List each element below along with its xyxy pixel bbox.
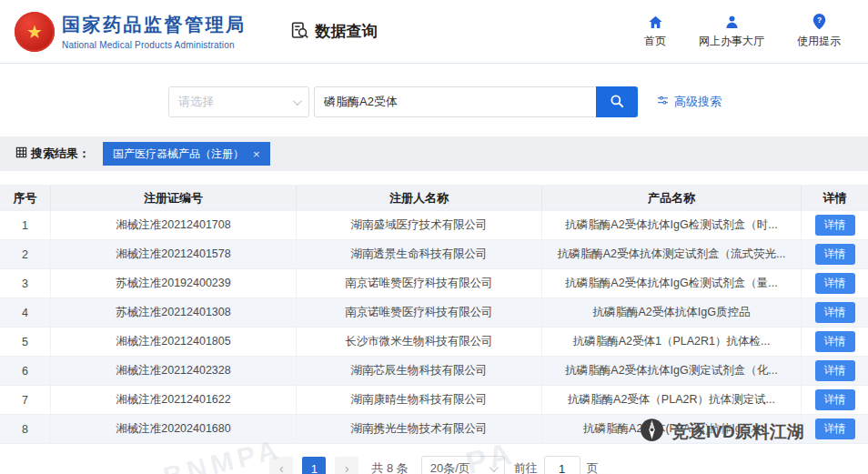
- category-select[interactable]: 请选择: [168, 86, 309, 117]
- cell-cert-number: 苏械注准20192400239: [50, 269, 296, 298]
- col-header-registrant: 注册人名称: [296, 186, 541, 210]
- cell-cert-number: 湘械注准20212401578: [50, 240, 296, 268]
- advanced-search-label: 高级搜索: [674, 94, 722, 110]
- detail-button[interactable]: 详情: [815, 419, 855, 439]
- goto-suffix: 页: [587, 460, 599, 474]
- cell-detail: 详情: [801, 415, 868, 443]
- result-filter-tag[interactable]: 国产医疗器械产品（注册） ×: [103, 142, 270, 166]
- nav-item-home[interactable]: 首页: [644, 14, 666, 49]
- table-row: 7 湘械注准20212401622 湖南康晴生物科技有限公司 抗磷脂酶A2受体（…: [0, 386, 868, 415]
- nav-item-service-hall[interactable]: 网上办事大厅: [699, 14, 764, 49]
- cell-cert-number: 湘械注准20212401708: [50, 211, 296, 239]
- cell-product-name: 抗磷脂酶A2受体抗体IgG检测试剂盒（时...: [541, 211, 801, 239]
- cell-registrant: 南京诺唯赞医疗科技有限公司: [296, 298, 541, 327]
- cell-no: 1: [0, 211, 50, 239]
- cell-no: 6: [0, 357, 50, 385]
- cell-detail: 详情: [801, 240, 868, 268]
- next-page-button[interactable]: ›: [335, 457, 358, 474]
- chevron-down-icon: [490, 463, 499, 472]
- org-name-cn: 国家药品监督管理局: [62, 13, 247, 37]
- search-icon: [609, 93, 625, 112]
- detail-button[interactable]: 详情: [815, 244, 855, 265]
- page-title-text: 数据查询: [316, 21, 378, 42]
- cell-detail: 详情: [801, 269, 868, 298]
- table-row: 1 湘械注准20212401708 湖南盛域医疗技术有限公司 抗磷脂酶A2受体抗…: [0, 211, 868, 240]
- grid-icon: [15, 146, 27, 161]
- cell-product-name: 抗磷脂酶A2受体1（PLA2R1）抗体检...: [541, 328, 801, 356]
- prev-page-button[interactable]: ‹: [269, 457, 293, 474]
- brand-watermark: 竞逐IVD原料江湖: [640, 418, 804, 447]
- detail-button[interactable]: 详情: [815, 302, 855, 323]
- person-icon: [723, 14, 741, 30]
- cell-registrant: 湖南芯辰生物科技有限公司: [296, 357, 541, 385]
- page-size-value: 20条/页: [430, 460, 470, 474]
- cell-registrant: 湖南透景生命科技有限公司: [296, 240, 541, 268]
- nmpa-emblem-logo: ★: [15, 12, 55, 52]
- results-table: 序号 注册证编号 注册人名称 产品名称 详情 1 湘械注准20212401708…: [0, 185, 868, 444]
- nav-label: 使用提示: [797, 34, 841, 49]
- detail-button[interactable]: 详情: [815, 389, 855, 410]
- cell-cert-number: 湘械注准20212401805: [50, 328, 296, 356]
- nav-label: 首页: [644, 34, 666, 49]
- cell-product-name: 抗磷脂酶A2受体抗体IgG检测试剂盒（量...: [541, 269, 801, 298]
- advanced-search-link[interactable]: 高级搜索: [656, 94, 722, 110]
- page-number-button[interactable]: 1: [302, 457, 326, 474]
- cell-product-name: 抗磷脂酶A2受体（PLA2R）抗体测定试...: [541, 386, 801, 414]
- table-row: 3 苏械注准20192400239 南京诺唯赞医疗科技有限公司 抗磷脂酶A2受体…: [0, 269, 868, 298]
- col-header-cert: 注册证编号: [50, 186, 296, 210]
- cell-registrant: 湖南携光生物技术有限公司: [296, 415, 541, 443]
- cell-registrant: 湖南盛域医疗技术有限公司: [296, 211, 541, 239]
- cell-product-name: 抗磷脂酶A2受体抗体IgG测定试剂盒（化...: [541, 357, 801, 385]
- org-name-en: National Medical Products Administration: [62, 40, 247, 50]
- search-input[interactable]: [314, 86, 596, 117]
- search-button[interactable]: [596, 86, 638, 117]
- cell-product-name: 抗磷脂酶A2受体抗体IgG质控品: [541, 298, 801, 327]
- goto-page: 前往 页: [514, 456, 599, 474]
- table-body: 1 湘械注准20212401708 湖南盛域医疗技术有限公司 抗磷脂酶A2受体抗…: [0, 211, 868, 444]
- nav-item-tips[interactable]: ? 使用提示: [797, 14, 841, 49]
- detail-button[interactable]: 详情: [815, 215, 855, 236]
- cell-no: 7: [0, 386, 50, 414]
- goto-label: 前往: [514, 460, 538, 474]
- brand: 国家药品监督管理局 National Medical Products Admi…: [62, 13, 247, 50]
- data-query-page: ★ 国家药品监督管理局 National Medical Products Ad…: [0, 0, 868, 474]
- question-pin-icon: ?: [812, 14, 827, 30]
- cell-detail: 详情: [801, 211, 868, 239]
- home-icon: [647, 14, 664, 30]
- total-count: 共 8 条: [371, 460, 408, 474]
- detail-button[interactable]: 详情: [815, 331, 855, 352]
- cell-cert-number: 湘械注准20212401622: [50, 386, 296, 414]
- cell-cert-number: 苏械注准20212401308: [50, 298, 296, 327]
- cell-no: 8: [0, 415, 50, 443]
- table-header-row: 序号 注册证编号 注册人名称 产品名称 详情: [0, 186, 868, 211]
- compass-icon: [640, 418, 664, 447]
- pagination: ‹ 1 › 共 8 条 20条/页 前往 页: [0, 456, 868, 474]
- brand-watermark-text: 竞逐IVD原料江湖: [671, 420, 804, 444]
- table-row: 6 湘械注准20212402328 湖南芯辰生物科技有限公司 抗磷脂酶A2受体抗…: [0, 357, 868, 386]
- cell-detail: 详情: [801, 298, 868, 327]
- page-size-select[interactable]: 20条/页: [421, 456, 505, 474]
- close-icon[interactable]: ×: [253, 148, 260, 160]
- table-row: 2 湘械注准20212401578 湖南透景生命科技有限公司 抗磷脂酶A2受体抗…: [0, 240, 868, 269]
- data-query-icon: [290, 24, 309, 40]
- cell-detail: 详情: [801, 386, 868, 414]
- table-row: 5 湘械注准20212401805 长沙市微米生物科技有限公司 抗磷脂酶A2受体…: [0, 328, 868, 357]
- search-bar: 请选择 高级搜索: [168, 86, 868, 117]
- result-filter-tag-label: 国产医疗器械产品（注册）: [113, 146, 244, 162]
- filter-sliders-icon: [656, 95, 670, 109]
- col-header-no: 序号: [0, 186, 50, 210]
- cell-registrant: 湖南康晴生物科技有限公司: [296, 386, 541, 414]
- cell-cert-number: 湘械注准20212402328: [50, 357, 296, 385]
- col-header-product: 产品名称: [541, 186, 801, 210]
- header: ★ 国家药品监督管理局 National Medical Products Ad…: [0, 0, 868, 64]
- results-label: 搜索结果：: [15, 146, 90, 162]
- results-bar: 搜索结果： 国产医疗器械产品（注册） ×: [0, 136, 868, 171]
- detail-button[interactable]: 详情: [815, 360, 855, 381]
- detail-button[interactable]: 详情: [815, 273, 855, 294]
- cell-cert-number: 湘械注准20202401680: [50, 415, 296, 443]
- cell-product-name: 抗磷脂酶A2受体抗体测定试剂盒（流式荧光...: [541, 240, 801, 268]
- chevron-down-icon: [293, 96, 302, 106]
- cell-no: 2: [0, 240, 50, 268]
- goto-page-input[interactable]: [544, 456, 580, 474]
- cell-registrant: 南京诺唯赞医疗科技有限公司: [296, 269, 541, 298]
